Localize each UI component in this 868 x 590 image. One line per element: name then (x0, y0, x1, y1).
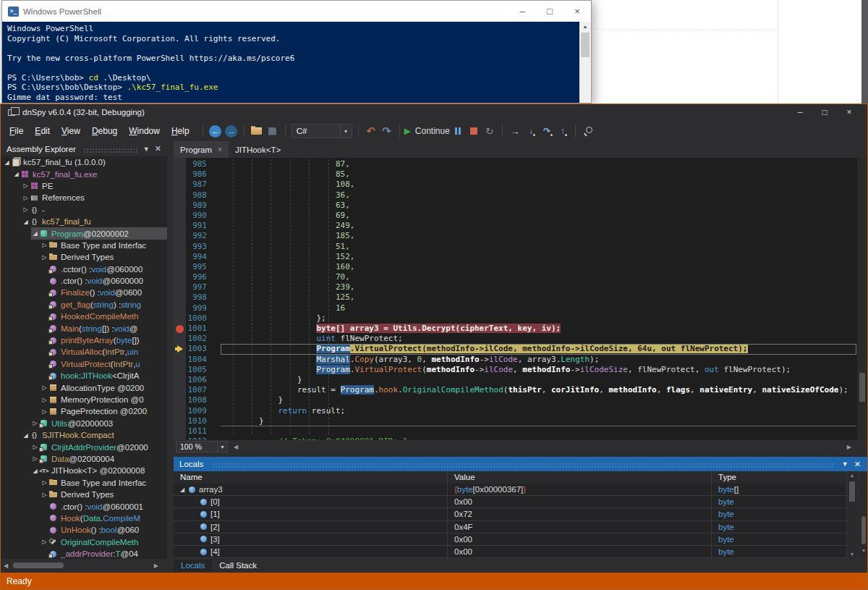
glyph-margin-cell[interactable] (174, 334, 186, 344)
locals-row[interactable]: [0]0x00byte (174, 496, 847, 508)
tree-item[interactable]: ▷ClrjitAddrProvider @02000 (1, 441, 167, 452)
locals-row[interactable]: [3]0x00byte (174, 534, 847, 546)
back-button[interactable]: ← (208, 122, 224, 140)
expander-icon[interactable]: ▷ (41, 254, 48, 261)
scrollbar-thumb[interactable] (849, 481, 855, 502)
tree-item-content[interactable]: HookedCompileMeth (41, 311, 167, 322)
glyph-margin-cell[interactable] (174, 221, 186, 231)
tree-item[interactable]: ▷Base Type and Interfac (1, 240, 167, 251)
tree-item-content[interactable]: ▷References (22, 192, 167, 203)
menu-debug[interactable]: Debug (86, 123, 123, 139)
close-button[interactable]: × (563, 1, 591, 22)
tree-item-content[interactable]: ▷OriginalCompileMeth (41, 536, 167, 548)
scroll-down-icon[interactable]: ▼ (860, 548, 867, 553)
glyph-margin-cell[interactable] (174, 272, 186, 282)
expander-icon[interactable]: ▷ (22, 182, 30, 189)
tree-item[interactable]: Finalize() : void @0600 (1, 287, 167, 298)
expander-icon[interactable]: ◢ (31, 468, 39, 474)
tree-item-content[interactable]: .cctor() : void @060000 (41, 264, 167, 275)
tree-item[interactable]: ▷MemoryProtection @0 (1, 394, 167, 405)
tree-item-content[interactable]: ▷ClrjitAddrProvider @02000 (31, 441, 167, 452)
stop-button[interactable] (466, 122, 482, 140)
editor-vertical-scrollbar[interactable] (857, 158, 867, 440)
scrollbar-thumb[interactable] (859, 373, 865, 402)
column-header-name[interactable]: Name (174, 471, 448, 484)
glyph-margin-cell[interactable] (174, 385, 186, 395)
tree-item-content[interactable]: ◢SJITHook.Compact (22, 429, 167, 441)
tree-item[interactable]: Hook(Data.CompileM (1, 513, 167, 524)
scroll-up-icon[interactable]: ▲ (579, 22, 591, 32)
tree-item-content[interactable]: get_flag(string) : string (41, 299, 167, 311)
tree-item[interactable]: ◢SJITHook.Compact (1, 429, 167, 441)
scroll-right-icon[interactable]: ▶ (154, 562, 158, 569)
scroll-down-icon[interactable]: ▼ (847, 552, 857, 557)
glyph-margin-cell[interactable] (174, 426, 186, 437)
glyph-margin-cell[interactable] (174, 416, 186, 426)
scrollbar-thumb[interactable] (13, 562, 64, 568)
tree-item[interactable]: _addrProvider : T @04 (1, 548, 167, 559)
tree-item-content[interactable]: ◢kc57_final_fu (1.0.0.0) (3, 156, 167, 168)
tree-item[interactable]: HookedCompileMeth (1, 311, 167, 322)
glyph-margin-cell[interactable] (174, 395, 186, 405)
continue-button[interactable]: ▶Continue (404, 122, 450, 140)
expander-icon[interactable]: ▷ (22, 206, 30, 213)
maximize-button[interactable]: □ (536, 1, 563, 22)
language-selector[interactable]: C#▾ (292, 124, 352, 138)
expander-icon[interactable]: ◢ (3, 159, 11, 166)
glyph-margin-cell[interactable] (174, 190, 186, 201)
scroll-up-icon[interactable]: ▲ (847, 473, 857, 478)
tree-item[interactable]: VirtualAlloc(IntPtr, uin (1, 346, 167, 358)
tree-item[interactable]: ◢kc57_final_fu (1.0.0.0) (1, 156, 167, 168)
tree-item-content[interactable]: ▷PageProtection @0200 (41, 405, 167, 417)
panel-menu-icon[interactable]: ▼ (143, 146, 150, 153)
tree-item-content[interactable]: ◢kc57_final_fu.exe (12, 168, 167, 180)
glyph-margin-cell[interactable] (174, 262, 186, 272)
glyph-margin-cell[interactable] (174, 292, 186, 303)
tree-item[interactable]: ▷Derived Types (1, 251, 167, 263)
scrollbar-thumb[interactable] (581, 33, 590, 57)
tree-item[interactable]: printByteArray(byte[]) (1, 334, 167, 346)
tree-item-content[interactable]: ▷Derived Types (41, 489, 167, 500)
column-header-type[interactable]: Type (712, 471, 847, 484)
tab-call-stack[interactable]: Call Stack (212, 560, 264, 571)
glyph-margin-cell[interactable] (174, 252, 186, 262)
close-icon[interactable]: × (218, 146, 222, 153)
panel-menu-icon[interactable]: ▼ (842, 460, 848, 468)
tree-item[interactable]: ▷Base Type and Interfac (1, 477, 167, 489)
powershell-console[interactable]: Windows PowerShellCopyright (C) Microsof… (2, 22, 591, 103)
undo-button[interactable]: ↶ (363, 122, 379, 140)
glyph-margin-cell[interactable] (174, 303, 186, 313)
tree-item-content[interactable]: ▷PE (22, 180, 167, 192)
powershell-titlebar[interactable]: >_ Windows PowerShell –□× (2, 1, 591, 22)
expander-icon[interactable]: ▷ (41, 384, 48, 391)
scrollbar-thumb[interactable] (861, 516, 866, 544)
glyph-margin-cell[interactable] (174, 180, 186, 190)
column-header-value[interactable]: Value (448, 471, 712, 484)
locals-row[interactable]: [4]0x00byte (174, 546, 847, 558)
glyph-margin-cell[interactable] (174, 282, 186, 292)
tree-item-content[interactable]: printByteArray(byte[]) (41, 334, 167, 346)
tree-item[interactable]: VirtualProtect(IntPtr, u (1, 358, 167, 370)
tree-item-content[interactable]: Main(string[]) : void @ (41, 322, 167, 334)
tree-item-content[interactable]: ▷Derived Types (41, 251, 167, 263)
expander-icon[interactable]: ▷ (41, 539, 48, 545)
scroll-right-icon[interactable]: ▶ (847, 444, 851, 450)
tree-item-content[interactable]: .ctor() : void @0600000 (41, 275, 167, 287)
tree-item-content[interactable]: ▷Data @02000004 (31, 453, 167, 465)
expander-icon[interactable]: ▷ (41, 408, 48, 415)
tree-item-content[interactable]: ▷AllocationType @0200 (41, 382, 167, 393)
step-into-button[interactable]: ↓ (523, 122, 539, 140)
locals-row[interactable]: ◢array3{byte[0x00000367]}byte[] (174, 484, 847, 496)
close-button[interactable]: × (837, 107, 861, 117)
glyph-margin-cell[interactable] (174, 406, 186, 416)
glyph-margin-cell[interactable] (174, 375, 186, 385)
panel-splitter[interactable] (167, 141, 174, 573)
tree-item-content[interactable]: ▷MemoryProtection @0 (41, 394, 167, 405)
pause-button[interactable] (450, 122, 466, 140)
expander-icon[interactable]: ▷ (22, 195, 30, 201)
tree-item[interactable]: .ctor() : void @0600001 (1, 500, 167, 512)
expander-icon[interactable]: ▷ (31, 444, 39, 450)
minimize-button[interactable]: – (509, 1, 536, 22)
menu-file[interactable]: File (4, 123, 29, 139)
restart-button[interactable]: ↻ (482, 122, 498, 140)
